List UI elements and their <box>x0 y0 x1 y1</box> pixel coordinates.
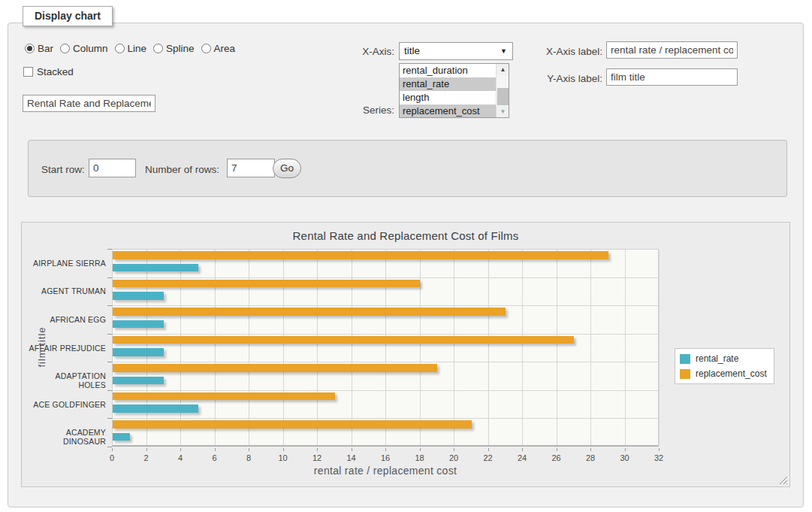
chart-x-axis-label: rental rate / replacement cost <box>112 465 659 477</box>
series-listbox-label: Series: <box>315 105 394 117</box>
gridline <box>625 250 626 445</box>
y-axis-label-input[interactable] <box>606 68 738 86</box>
bar-rental_rate <box>113 264 198 272</box>
category-label: AFRICAN EGG <box>26 315 106 324</box>
bar-replacement_cost <box>113 308 506 316</box>
stacked-option[interactable]: Stacked <box>23 66 74 77</box>
start-row-input[interactable] <box>89 159 136 177</box>
chart-type-radio-column[interactable]: Column <box>60 43 108 54</box>
x-tick <box>488 448 489 451</box>
series-option-rental_duration[interactable]: rental_duration <box>400 64 509 77</box>
y-tick <box>107 305 112 306</box>
x-tick-label: 32 <box>654 453 663 462</box>
y-tick <box>107 249 112 250</box>
go-button[interactable]: Go <box>273 159 301 178</box>
radio-label: Bar <box>38 43 53 54</box>
category-label: ACADEMY DINOSAUR <box>26 428 106 446</box>
chart-type-radio-line[interactable]: Line <box>115 43 147 54</box>
x-tick-label: 8 <box>246 453 251 462</box>
x-tick-label: 12 <box>312 453 321 462</box>
gridline <box>113 305 658 306</box>
x-axis-select-label: X-Axis: <box>315 46 394 58</box>
x-tick-label: 24 <box>518 453 527 462</box>
bar-rental_rate <box>113 377 164 385</box>
chevron-down-icon: ▼ <box>500 48 507 55</box>
gridline <box>113 362 658 362</box>
radio-icon[interactable] <box>25 44 35 53</box>
bar-replacement_cost <box>113 280 420 288</box>
scroll-down-icon[interactable]: ▼ <box>497 106 509 117</box>
resize-handle-icon[interactable] <box>779 476 787 484</box>
series-option-replacement_cost[interactable]: replacement_cost <box>400 105 509 118</box>
x-tick-label: 18 <box>415 453 424 462</box>
bar-rental_rate <box>113 433 130 441</box>
radio-label: Spline <box>166 43 195 54</box>
start-row-label: Start row: <box>41 164 85 176</box>
y-tick <box>107 362 112 362</box>
x-tick-label: 2 <box>143 453 148 462</box>
x-tick-label: 30 <box>620 453 629 462</box>
x-tick-label: 26 <box>551 453 560 462</box>
radio-icon[interactable] <box>201 44 211 53</box>
gridline <box>659 250 660 445</box>
legend-swatch <box>680 354 690 364</box>
category-label: AIRPLANE SIERRA <box>26 259 106 268</box>
y-tick <box>107 390 112 391</box>
x-tick-label: 0 <box>110 453 114 462</box>
x-tick <box>454 448 454 451</box>
y-axis-label-label: Y-Axis label: <box>518 73 602 85</box>
x-axis-label-label: X-Axis label: <box>518 46 602 58</box>
gridline <box>488 250 489 445</box>
gridline <box>522 250 523 445</box>
x-tick <box>249 448 249 451</box>
listbox-scrollbar[interactable]: ▲ ▼ <box>496 64 509 117</box>
bar-replacement_cost <box>113 392 335 401</box>
stacked-label: Stacked <box>37 66 74 77</box>
x-tick <box>215 448 216 451</box>
x-tick <box>180 448 181 451</box>
bar-replacement_cost <box>113 251 608 259</box>
row-controls-panel <box>28 140 787 197</box>
legend-label: replacement_cost <box>696 368 767 379</box>
scrollbar-thumb[interactable] <box>497 88 509 105</box>
x-tick <box>522 448 523 451</box>
radio-icon[interactable] <box>115 44 125 53</box>
legend-swatch <box>680 369 690 379</box>
x-tick <box>317 448 318 451</box>
number-of-rows-input[interactable] <box>227 159 275 177</box>
x-axis-select[interactable]: title ▼ <box>399 42 513 60</box>
radio-icon[interactable] <box>153 44 163 53</box>
category-label: AFFAIR PREJUDICE <box>26 344 106 353</box>
legend-item-rental_rate: rental_rate <box>680 353 767 364</box>
series-listbox[interactable]: rental_durationrental_ratelengthreplacem… <box>399 63 509 118</box>
chart-type-radio-bar[interactable]: Bar <box>25 43 53 54</box>
y-tick <box>107 418 112 419</box>
x-tick <box>625 448 626 451</box>
x-tick <box>112 448 113 451</box>
chart-container: Rental Rate and Replacement Cost of Film… <box>21 222 790 487</box>
radio-icon[interactable] <box>60 44 70 53</box>
bar-rental_rate <box>113 404 198 413</box>
radio-label: Line <box>128 43 147 54</box>
chart-type-radio-area[interactable]: Area <box>201 43 236 54</box>
x-tick-label: 28 <box>586 453 595 462</box>
chart-type-radio-spline[interactable]: Spline <box>153 43 195 54</box>
x-tick <box>385 448 386 451</box>
plot-area <box>112 249 659 447</box>
x-axis-label-input[interactable] <box>606 41 738 59</box>
series-option-rental_rate[interactable]: rental_rate <box>400 77 509 91</box>
x-tick <box>590 448 591 451</box>
series-option-length[interactable]: length <box>400 91 509 105</box>
x-tick <box>283 448 284 451</box>
stacked-checkbox[interactable] <box>23 67 33 77</box>
bar-rental_rate <box>113 292 164 300</box>
gridline <box>113 334 658 335</box>
bar-rental_rate <box>113 320 164 329</box>
x-tick-label: 16 <box>381 453 390 462</box>
chart-title-input[interactable] <box>23 95 155 112</box>
x-tick-label: 14 <box>346 453 355 462</box>
category-label: ADAPTATION HOLES <box>26 371 106 389</box>
y-tick <box>107 334 112 335</box>
scroll-up-icon[interactable]: ▲ <box>497 64 509 75</box>
legend-item-replacement_cost: replacement_cost <box>680 368 767 379</box>
